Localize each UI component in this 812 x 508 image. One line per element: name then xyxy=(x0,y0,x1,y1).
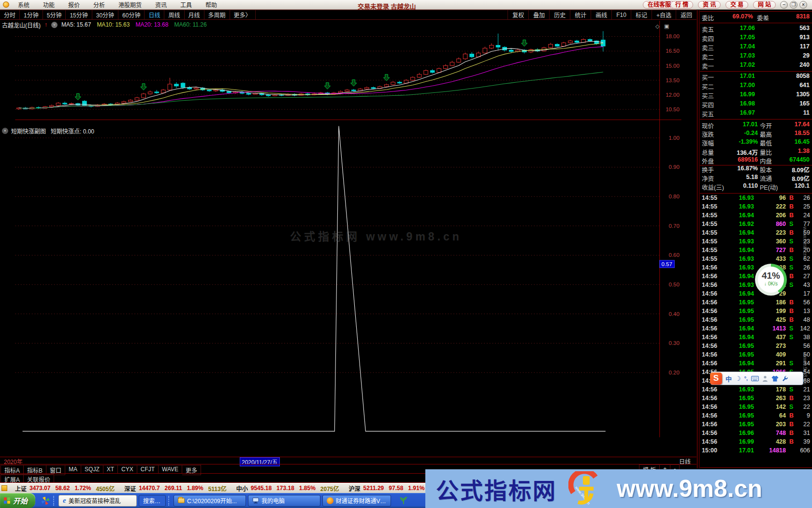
plant-tray-icon[interactable] xyxy=(400,496,407,505)
candle-body xyxy=(424,71,428,75)
buy-queue-row[interactable]: 买四16.98165 xyxy=(700,100,812,109)
menu-系统[interactable]: 系统 xyxy=(11,0,36,9)
info-row: 总量136.4万量比1.38 xyxy=(700,148,812,156)
buy-queue-row[interactable]: 买二17.00641 xyxy=(700,82,812,90)
sogou-logo-icon[interactable]: S xyxy=(710,373,722,385)
period-5分钟[interactable]: 5分钟 xyxy=(43,10,66,19)
link-button-2[interactable]: 资 讯 xyxy=(698,1,721,9)
cell: 29 xyxy=(803,52,810,59)
chinese-mode-icon[interactable]: 中 xyxy=(725,374,732,383)
period-日线[interactable]: 日线 xyxy=(145,10,164,19)
period-1分钟[interactable]: 1分钟 xyxy=(20,10,43,19)
menu-帮助[interactable]: 帮助 xyxy=(199,0,224,9)
period-更多〉[interactable]: 更多〉 xyxy=(230,10,256,19)
action-返回[interactable]: 返回 xyxy=(676,10,696,19)
sell-queue-row[interactable]: 卖二17.0329 xyxy=(700,52,812,61)
indicator-name[interactable]: 短期快涨副图 xyxy=(11,127,46,135)
panel-layout-icon[interactable]: ▣ xyxy=(664,23,669,30)
tick-flag: S xyxy=(789,255,793,262)
action-F10[interactable]: F10 xyxy=(611,10,631,19)
buy-queue-row[interactable]: 买三16.991305 xyxy=(700,91,812,100)
period-30分钟[interactable]: 30分钟 xyxy=(92,10,118,19)
period-60分钟[interactable]: 60分钟 xyxy=(118,10,145,19)
action-画线[interactable]: 画线 xyxy=(591,10,611,19)
buy-queue-row[interactable]: 买五16.9711 xyxy=(700,109,812,118)
menu-分析[interactable]: 分析 xyxy=(87,0,112,9)
tab-XT[interactable]: XT xyxy=(103,465,118,474)
task-button-3[interactable]: 我的电脑 xyxy=(248,495,320,507)
start-button[interactable]: 开始 xyxy=(0,493,35,508)
menu-资讯[interactable]: 资讯 xyxy=(148,0,174,9)
task-button-0[interactable]: e美新冠疫苗接种混乱 xyxy=(58,495,137,507)
wrench-settings-icon[interactable] xyxy=(782,375,788,382)
period-分时[interactable]: 分时 xyxy=(0,10,20,19)
skin-shirt-icon[interactable] xyxy=(771,375,779,382)
halfmoon-icon[interactable]: ☽ xyxy=(735,375,741,382)
cell: 17.04 xyxy=(740,43,755,50)
link-button-4[interactable]: 网 站 xyxy=(753,1,776,9)
task-button-2[interactable]: C:\20200209开始... xyxy=(174,495,246,507)
soft-keyboard-icon[interactable] xyxy=(751,376,759,381)
sell-mark-arrow-icon xyxy=(522,40,527,46)
cell: 流通 xyxy=(760,174,772,183)
diamond-icon[interactable]: ◇ xyxy=(655,23,659,30)
tick-row: 14:5616.95263B23 xyxy=(700,395,812,403)
indicator-marker-value: 0.57 xyxy=(662,261,672,267)
sell-queue-row[interactable]: 卖三17.04117 xyxy=(700,43,812,52)
candle-body xyxy=(351,90,356,91)
action-叠加[interactable]: 叠加 xyxy=(528,10,549,19)
menu-功能[interactable]: 功能 xyxy=(36,0,61,9)
status-icon[interactable] xyxy=(1,485,7,491)
tab-CFJT[interactable]: CFJT xyxy=(137,465,159,474)
tab-WAVE[interactable]: WAVE xyxy=(159,465,182,474)
minimize-button[interactable]: – xyxy=(780,1,788,9)
person-icon[interactable] xyxy=(762,375,768,382)
sell-queue-row[interactable]: 卖四17.05913 xyxy=(700,34,812,43)
chevron-down-icon[interactable]: ˅ xyxy=(51,22,58,28)
download-progress-widget[interactable]: 41% ↓ 0K/s xyxy=(755,264,787,296)
period-月线[interactable]: 月线 xyxy=(185,10,204,19)
action-复权[interactable]: 复权 xyxy=(508,10,528,19)
cell: 买四 xyxy=(702,100,714,109)
task-button-4[interactable]: 财通证券财路通V6... xyxy=(322,495,391,507)
tick-count: 17 xyxy=(803,290,810,297)
tick-row: 14:5516.94727B20 xyxy=(700,247,812,255)
tick-volume: 203 xyxy=(776,421,786,428)
tick-flag: B xyxy=(789,273,794,280)
indicator-spike-line xyxy=(23,126,606,432)
computer-icon xyxy=(252,497,259,504)
menu-工具[interactable]: 工具 xyxy=(174,0,199,9)
quick-launch-pinwheel-icon[interactable] xyxy=(41,496,50,505)
close-indicator-icon[interactable]: × xyxy=(2,128,8,134)
restore-button[interactable]: ❐ xyxy=(790,1,798,9)
tab-CYX[interactable]: CYX xyxy=(118,465,137,474)
period-多周期[interactable]: 多周期 xyxy=(204,10,230,19)
period-15分钟[interactable]: 15分钟 xyxy=(66,10,92,19)
period-周线[interactable]: 周线 xyxy=(164,10,184,19)
link-button-3[interactable]: 交 易 xyxy=(725,1,748,9)
cell: 674450 xyxy=(789,156,810,163)
tab-SQJZ[interactable]: SQJZ xyxy=(81,465,103,474)
punctuation-icon[interactable]: °, xyxy=(744,375,748,381)
task-button-1[interactable]: 搜索一下 xyxy=(139,495,166,507)
tick-flag: B xyxy=(789,308,794,314)
candle-body xyxy=(391,82,395,85)
link-button-1[interactable]: 行 情 xyxy=(670,1,693,9)
index-quote-上证: 上证3473.0758.621.72%4505亿 xyxy=(7,484,116,493)
action-+自选[interactable]: +自选 xyxy=(652,10,676,19)
menu-港股期货[interactable]: 港股期货 xyxy=(112,0,148,9)
close-button[interactable]: × xyxy=(799,1,807,9)
menu-报价[interactable]: 报价 xyxy=(61,0,87,9)
buy-queue-row[interactable]: 买一17.018058 xyxy=(700,73,812,81)
tick-price: 16.95 xyxy=(739,351,754,358)
up-arrow-icon[interactable]: ↑ xyxy=(44,21,47,28)
tick-count: 43 xyxy=(803,282,810,288)
action-标记[interactable]: 标记 xyxy=(631,10,652,19)
tab-MA[interactable]: MA xyxy=(65,465,81,474)
index-change: 269.11 xyxy=(165,485,182,492)
sell-queue-row[interactable]: 卖五17.06563 xyxy=(700,25,812,33)
action-统计[interactable]: 统计 xyxy=(570,10,591,19)
action-历史[interactable]: 历史 xyxy=(549,10,570,19)
price-axis-label: 15.00 xyxy=(666,63,680,69)
sell-queue-row[interactable]: 卖一17.02240 xyxy=(700,61,812,70)
